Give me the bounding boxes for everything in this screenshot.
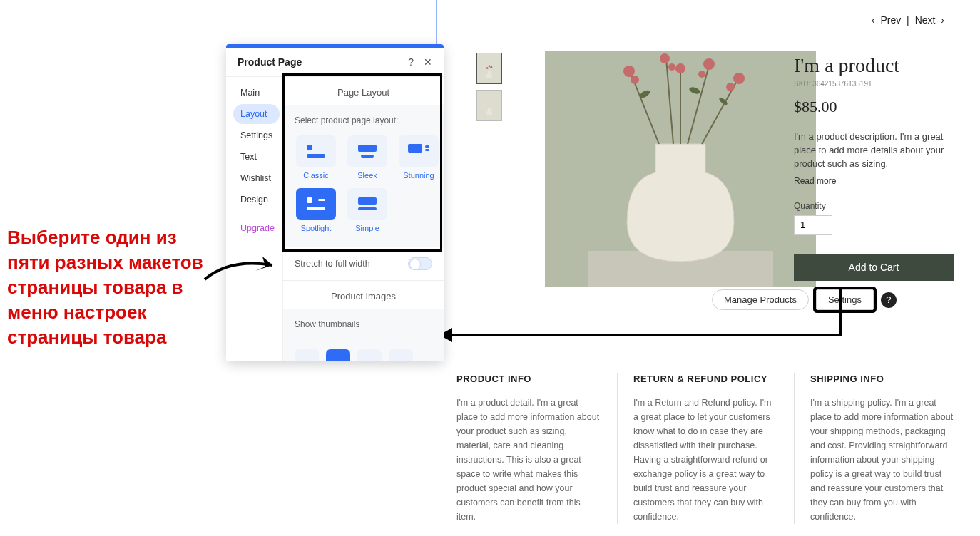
quantity-label: Quantity <box>794 201 965 211</box>
product-info-section: PRODUCT INFO I'm a product detail. I'm a… <box>456 373 618 524</box>
show-thumbnails-label: Show thumbnails <box>295 319 432 329</box>
nav-separator: | <box>907 14 909 26</box>
shipping-info-section: SHIPPING INFO I'm a shipping policy. I'm… <box>810 373 971 524</box>
svg-point-18 <box>698 71 705 78</box>
svg-point-19 <box>733 73 745 84</box>
svg-point-14 <box>631 76 639 84</box>
prev-link[interactable]: Prev <box>880 14 901 26</box>
product-price: $85.00 <box>794 98 965 116</box>
chevron-left-icon[interactable]: ‹ <box>872 14 875 26</box>
stretch-full-width-toggle[interactable] <box>408 257 432 270</box>
layout-option-simple[interactable]: Simple <box>346 188 389 232</box>
shipping-info-heading: SHIPPING INFO <box>810 373 956 384</box>
layout-option-spotlight[interactable]: Spotlight <box>295 188 337 232</box>
sidebar-tab-settings[interactable]: Settings <box>233 125 280 145</box>
product-sku: SKU: 364215376135191 <box>794 80 965 88</box>
page-layout-header: Page Layout <box>283 77 444 105</box>
shipping-info-text: I'm a shipping policy. I'm a great place… <box>810 396 956 524</box>
svg-point-13 <box>623 66 635 77</box>
return-policy-heading: RETURN & REFUND POLICY <box>633 373 778 384</box>
layout-option-sleek[interactable]: Sleek <box>346 135 389 180</box>
panel-help-icon[interactable]: ? <box>408 56 414 68</box>
product-description: I'm a product description. I'm a great p… <box>794 130 965 171</box>
product-illustration <box>588 51 773 287</box>
layout-option-stunning[interactable]: Stunning <box>397 135 440 180</box>
panel-sidebar: Main Layout Settings Text Wishlist Desig… <box>226 77 283 361</box>
svg-point-17 <box>703 58 715 70</box>
stretch-full-width-label: Stretch to full width <box>295 259 370 269</box>
sidebar-tab-design[interactable]: Design <box>233 190 280 210</box>
product-title: I'm a product <box>794 54 965 77</box>
svg-point-23 <box>688 86 701 96</box>
return-policy-text: I'm a Return and Refund policy. I'm a gr… <box>633 396 778 524</box>
svg-point-16 <box>668 63 675 71</box>
thumbnail-option-1[interactable] <box>295 349 319 361</box>
thumbnail-option-3[interactable] <box>357 349 382 361</box>
svg-point-15 <box>660 53 670 63</box>
annotation-text: Выберите один из пяти разных макетов стр… <box>7 225 221 350</box>
product-main-image[interactable] <box>545 51 816 287</box>
manage-products-button[interactable]: Manage Products <box>712 289 809 310</box>
thumbnail-option-2[interactable] <box>326 349 350 361</box>
product-page-settings-panel: Product Page ? ✕ Main Layout Settings Te… <box>226 44 444 361</box>
sidebar-tab-upgrade[interactable]: Upgrade <box>233 218 280 238</box>
panel-title: Product Page <box>238 56 302 68</box>
next-link[interactable]: Next <box>915 14 936 26</box>
svg-line-9 <box>666 58 673 144</box>
chevron-right-icon[interactable]: › <box>941 14 944 26</box>
product-info-heading: PRODUCT INFO <box>456 373 601 384</box>
product-images-header: Product Images <box>283 281 444 309</box>
add-to-cart-button[interactable]: Add to Cart <box>794 254 954 281</box>
sidebar-tab-main[interactable]: Main <box>233 83 280 103</box>
panel-close-icon[interactable]: ✕ <box>424 56 432 68</box>
sidebar-tab-text[interactable]: Text <box>233 147 280 167</box>
layout-prompt: Select product page layout: <box>295 115 432 125</box>
annotation-arrow-icon <box>201 251 287 297</box>
annotation-arrow-connector-v <box>839 288 842 336</box>
help-icon[interactable]: ? <box>881 292 897 308</box>
prev-next-nav: ‹ Prev | Next › <box>870 14 946 26</box>
svg-point-21 <box>675 63 685 73</box>
sidebar-tab-layout[interactable]: Layout <box>233 104 280 124</box>
settings-button[interactable]: Settings <box>816 289 874 310</box>
svg-point-20 <box>726 83 735 91</box>
read-more-link[interactable]: Read more <box>794 176 836 186</box>
thumbnail-option-4[interactable] <box>389 349 413 361</box>
product-info-text: I'm a product detail. I'm a great place … <box>456 396 601 524</box>
annotation-arrow-connector <box>445 334 842 336</box>
layout-option-classic[interactable]: Classic <box>295 135 337 180</box>
svg-line-10 <box>688 66 709 144</box>
sidebar-tab-wishlist[interactable]: Wishlist <box>233 168 280 188</box>
quantity-input[interactable] <box>794 215 832 235</box>
return-policy-section: RETURN & REFUND POLICY I'm a Return and … <box>633 373 795 524</box>
